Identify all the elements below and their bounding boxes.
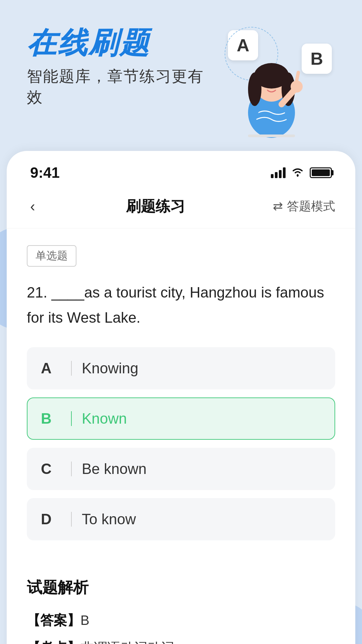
svg-point-7 xyxy=(275,84,278,87)
options-list: A Knowing B Known C Be known D To know xyxy=(27,347,335,540)
analysis-point-label: 【考点】 xyxy=(27,640,80,644)
analysis-answer-label: 【答案】 xyxy=(27,613,80,628)
option-c-divider xyxy=(71,462,72,476)
question-text: 21. ____as a tourist city, Hangzhou is f… xyxy=(27,280,335,330)
option-a-text: Knowing xyxy=(82,360,138,377)
mode-button[interactable]: ⇄ 答题模式 xyxy=(273,198,335,215)
option-a-divider xyxy=(71,361,72,376)
status-time: 9:41 xyxy=(30,164,60,181)
option-c-letter: C xyxy=(41,461,61,477)
option-b-divider xyxy=(71,411,72,426)
question-number: 21. xyxy=(27,284,47,301)
option-c-text: Be known xyxy=(82,461,146,477)
option-a-letter: A xyxy=(41,360,61,377)
svg-line-10 xyxy=(297,72,298,80)
analysis-section: 试题解析 【答案】B 【考点】非谓语动词动词 【译文】杭州是一座旅游城市，以西湖… xyxy=(7,577,355,644)
analysis-point: 【考点】非谓语动词动词 xyxy=(27,636,335,644)
svg-point-6 xyxy=(265,84,268,87)
header-text: 在线刷题 智能题库，章节练习更有效 xyxy=(27,27,208,108)
option-b-letter: B xyxy=(41,410,61,427)
signal-icon xyxy=(271,167,286,178)
app-subtitle: 智能题库，章节练习更有效 xyxy=(27,66,208,108)
svg-point-9 xyxy=(291,80,303,93)
svg-rect-12 xyxy=(248,135,295,137)
char-figure xyxy=(225,46,318,141)
svg-point-13 xyxy=(297,174,299,176)
option-d-text: To know xyxy=(82,511,136,528)
question-type-badge: 单选题 xyxy=(27,245,76,267)
option-d-letter: D xyxy=(41,511,61,528)
back-button[interactable]: ‹ xyxy=(27,195,39,218)
wifi-icon xyxy=(291,166,304,180)
question-body: ____as a tourist city, Hangzhou is famou… xyxy=(27,284,324,326)
option-c[interactable]: C Be known xyxy=(27,448,335,490)
option-b-text: Known xyxy=(82,410,127,427)
status-bar: 9:41 xyxy=(7,151,355,188)
analysis-title: 试题解析 xyxy=(27,577,335,598)
analysis-answer: 【答案】B xyxy=(27,608,335,632)
svg-point-4 xyxy=(248,72,261,106)
nav-title: 刷题练习 xyxy=(126,197,185,216)
option-b[interactable]: B Known xyxy=(27,397,335,440)
status-icons xyxy=(271,166,332,180)
mode-icon: ⇄ xyxy=(273,199,283,213)
header-area: 在线刷题 智能题库，章节练习更有效 A B xyxy=(0,0,362,151)
option-d[interactable]: D To know xyxy=(27,498,335,540)
battery-icon xyxy=(310,167,332,178)
analysis-point-value: 非谓语动词动词 xyxy=(80,640,174,644)
analysis-answer-value: B xyxy=(80,613,89,628)
phone-card: 9:41 ‹ 刷题练习 ⇄ 答题模式 xyxy=(7,151,355,644)
option-a[interactable]: A Knowing xyxy=(27,347,335,389)
character-illustration: A B xyxy=(208,27,335,141)
content-area: 单选题 21. ____as a tourist city, Hangzhou … xyxy=(7,228,355,577)
nav-bar: ‹ 刷题练习 ⇄ 答题模式 xyxy=(7,188,355,228)
option-d-divider xyxy=(71,512,72,527)
app-title: 在线刷题 xyxy=(27,27,208,59)
mode-label: 答题模式 xyxy=(287,198,335,215)
